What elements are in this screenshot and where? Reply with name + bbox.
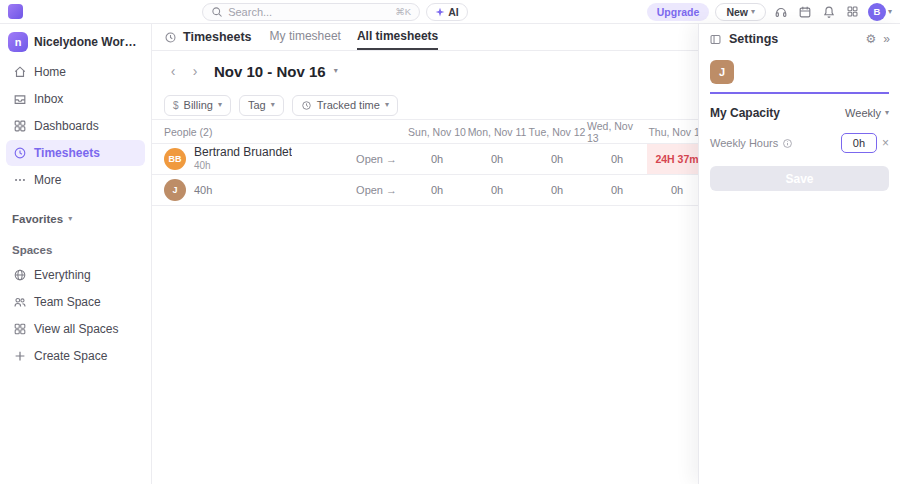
table-row: J 40h Open → 0h 0h 0h 0h (152, 175, 698, 206)
gear-icon[interactable]: ⚙ (866, 32, 877, 46)
bell-button[interactable] (820, 3, 838, 21)
person-meta: Bertrand Bruandet 40h (194, 146, 292, 171)
timesheets-icon (164, 31, 177, 44)
people-column-header: People (2) (152, 126, 407, 138)
clock-icon (301, 100, 312, 111)
caret-down-icon: ▾ (885, 109, 889, 117)
more-icon (12, 173, 27, 188)
sidebar-item-label: Inbox (34, 92, 63, 106)
open-timesheet-link[interactable]: Open → (356, 153, 397, 165)
member-tab-strip: J (710, 56, 889, 94)
day-column-header: Tue, Nov 12 (527, 126, 587, 138)
sidebar-item-label: Team Space (34, 295, 101, 309)
timesheets-icon (12, 146, 27, 161)
caret-down-icon: ▾ (385, 101, 389, 109)
member-tab-avatar[interactable]: J (710, 60, 734, 84)
caret-down-icon: ▾ (218, 101, 222, 109)
chevron-down-icon: ▾ (68, 215, 72, 223)
time-cell[interactable]: 0h (467, 144, 527, 174)
inbox-icon (12, 92, 27, 107)
time-cell-overtime[interactable]: 24H 37m (647, 144, 698, 174)
new-button[interactable]: New ▾ (715, 3, 766, 21)
info-icon (782, 138, 793, 149)
caret-down-icon: ▾ (334, 67, 338, 75)
time-cell[interactable]: 0h (527, 175, 587, 205)
person-total-hours: 40h (194, 184, 212, 196)
sidebar-item-everything[interactable]: Everything (6, 262, 145, 288)
caret-down-icon: ▾ (888, 8, 892, 16)
workspace-switcher[interactable]: n Nicelydone Workspace (0, 29, 151, 58)
tag-filter-button[interactable]: Tag ▾ (239, 95, 284, 116)
time-cell[interactable]: 0h (467, 175, 527, 205)
sidebar-item-label: Timesheets (34, 146, 100, 160)
clear-hours-icon[interactable]: × (882, 137, 889, 149)
ai-button[interactable]: AI (426, 3, 468, 21)
date-range-label[interactable]: Nov 10 - Nov 16 (214, 63, 326, 80)
collapse-panel-icon[interactable] (709, 33, 722, 46)
settings-panel-header: Settings ⚙ » (699, 24, 900, 54)
open-timesheet-link[interactable]: Open → (356, 184, 397, 196)
sidebar-item-create-space[interactable]: Create Space (6, 343, 145, 369)
sidebar-item-team-space[interactable]: Team Space (6, 289, 145, 315)
weekly-hours-controls: × (841, 133, 889, 153)
table-row: BB Bertrand Bruandet 40h Open → 0h (152, 144, 698, 175)
time-cell[interactable]: 0h (407, 144, 467, 174)
avatar[interactable]: J (164, 179, 186, 201)
time-cell[interactable]: 0h (527, 144, 587, 174)
arrow-right-icon: → (386, 153, 397, 165)
day-column-header: Thu, Nov 14 (647, 126, 698, 138)
sidebar-item-view-all-spaces[interactable]: View all Spaces (6, 316, 145, 342)
apps-grid-button[interactable] (844, 3, 862, 21)
caret-down-icon: ▾ (751, 8, 755, 16)
sidebar-item-label: More (34, 173, 61, 187)
settings-title: Settings (729, 32, 859, 46)
table-header-row: People (2) Sun, Nov 10 Mon, Nov 11 Tue, … (152, 119, 698, 144)
headset-button[interactable] (772, 3, 790, 21)
upgrade-button[interactable]: Upgrade (647, 3, 710, 21)
expand-panel-icon[interactable]: » (883, 32, 890, 46)
prev-week-button[interactable]: ‹ (164, 62, 182, 80)
next-week-button[interactable]: › (186, 62, 204, 80)
sparkle-icon (435, 7, 445, 17)
user-menu[interactable]: B ▾ (868, 3, 892, 21)
tab-all-timesheets[interactable]: All timesheets (357, 24, 438, 50)
calendar-button[interactable] (796, 3, 814, 21)
sidebar-item-inbox[interactable]: Inbox (6, 86, 145, 112)
app-logo[interactable] (8, 4, 23, 19)
favorites-section-header[interactable]: Favorites ▾ (0, 207, 151, 231)
page-title: Timesheets (183, 30, 252, 44)
sidebar-item-dashboards[interactable]: Dashboards (6, 113, 145, 139)
time-cell[interactable]: 0h (407, 175, 467, 205)
globe-icon (12, 268, 27, 283)
page-title-group: Timesheets (164, 24, 252, 50)
sidebar: n Nicelydone Workspace Home Inbox Dash (0, 24, 152, 484)
global-search[interactable]: ⌘K (202, 3, 420, 21)
sidebar-item-timesheets[interactable]: Timesheets (6, 140, 145, 166)
topbar: ⌘K AI Upgrade New ▾ B ▾ (0, 0, 900, 24)
avatar[interactable]: BB (164, 148, 186, 170)
billing-filter-button[interactable]: $ Billing ▾ (164, 95, 231, 116)
person-total-hours: 40h (194, 160, 292, 172)
sidebar-item-label: View all Spaces (34, 322, 119, 336)
grid-icon (12, 322, 27, 337)
sidebar-item-label: Create Space (34, 349, 107, 363)
save-button[interactable]: Save (710, 166, 889, 191)
tab-my-timesheet[interactable]: My timesheet (270, 24, 341, 50)
main-content: Timesheets My timesheet All timesheets ‹… (152, 24, 698, 484)
sidebar-item-more[interactable]: More (6, 167, 145, 193)
settings-panel: Settings ⚙ » J My Capacity Weekly ▾ (698, 24, 900, 484)
sidebar-item-home[interactable]: Home (6, 59, 145, 85)
person-name: Bertrand Bruandet (194, 146, 292, 160)
day-column-header: Sun, Nov 10 (407, 126, 467, 138)
time-cell[interactable]: 0h (647, 175, 698, 205)
weekly-hours-input[interactable] (841, 133, 877, 153)
person-cell: BB Bertrand Bruandet 40h Open → (152, 144, 407, 174)
search-shortcut: ⌘K (395, 6, 411, 17)
team-icon (12, 295, 27, 310)
search-input[interactable] (228, 6, 390, 18)
time-cell[interactable]: 0h (587, 175, 647, 205)
capacity-period-dropdown[interactable]: Weekly ▾ (845, 107, 889, 119)
tracked-time-filter-button[interactable]: Tracked time ▾ (292, 95, 398, 116)
weekly-hours-label: Weekly Hours (710, 137, 778, 149)
time-cell[interactable]: 0h (587, 144, 647, 174)
